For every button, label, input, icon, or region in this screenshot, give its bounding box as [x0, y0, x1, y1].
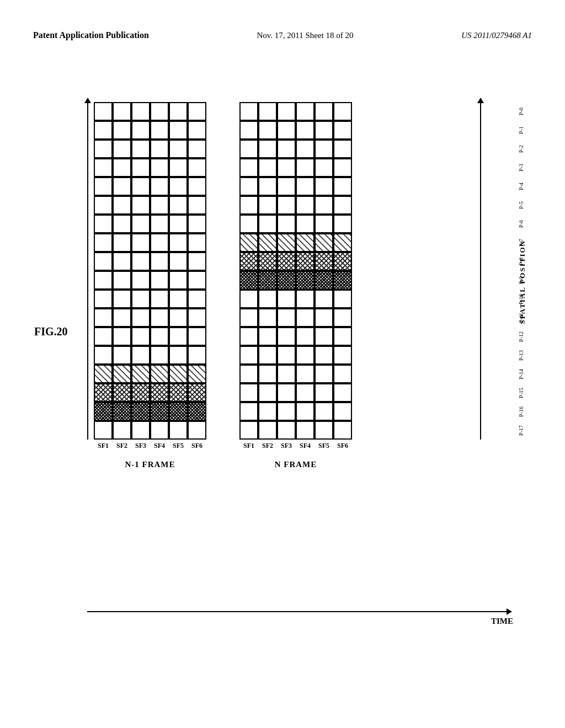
- grid-cell: [150, 308, 169, 327]
- grid-cell: [150, 215, 169, 233]
- grid-cell: [239, 383, 258, 402]
- grid-cell: [333, 271, 352, 290]
- grid-cell: [296, 271, 315, 290]
- grid-cell: [258, 158, 277, 177]
- grid-cell: [169, 215, 188, 233]
- grid-cell: [315, 365, 333, 383]
- grid-cell: [150, 402, 169, 421]
- sf-label-3: SF3: [277, 442, 296, 450]
- grid-cell: [315, 177, 333, 196]
- sf-label-1: SF1: [94, 442, 113, 450]
- grid-cell: [169, 327, 188, 346]
- grid-cell: [113, 402, 131, 421]
- p-label-P-8: P-8: [519, 258, 524, 265]
- grid-cell: [169, 158, 188, 177]
- grid-row: [239, 196, 352, 215]
- grid-cell: [94, 402, 113, 421]
- grid-cell: [188, 140, 206, 158]
- grid-cell: [333, 421, 352, 440]
- grid-cell: [277, 346, 296, 365]
- grid-cell: [296, 346, 315, 365]
- grid-cell: [150, 121, 169, 140]
- grid-cell: [169, 421, 188, 440]
- p-label-row-8: P-8: [519, 252, 524, 271]
- grid-cell: [188, 327, 206, 346]
- grid-cell: [333, 140, 352, 158]
- grid-cell: [113, 215, 131, 233]
- time-axis-label: TIME: [491, 617, 513, 626]
- grid-cell: [333, 196, 352, 215]
- sf-labels-row: SF1SF2SF3SF4SF5SF6: [239, 442, 352, 450]
- frame-label-n-1: N-1 FRAME: [125, 460, 175, 469]
- grid-cell: [113, 121, 131, 140]
- p-label-P-14: P-14: [519, 369, 524, 379]
- grid-row: [239, 383, 352, 402]
- grid-cell: [277, 158, 296, 177]
- grid-cell: [258, 215, 277, 233]
- grid-cell: [131, 327, 150, 346]
- grid-cell: [113, 383, 131, 402]
- grid-cell: [94, 308, 113, 327]
- grid-cell: [258, 140, 277, 158]
- grid-row: [239, 346, 352, 365]
- grid-cell: [169, 177, 188, 196]
- grid-row: [94, 215, 206, 233]
- grid-cell: [131, 233, 150, 252]
- grid-cell: [296, 102, 315, 121]
- grid-row: [94, 402, 206, 421]
- spatial-axis-left-arrow: [87, 102, 88, 440]
- grid-row: [239, 327, 352, 346]
- grid-row: [239, 121, 352, 140]
- grid-cell: [169, 233, 188, 252]
- p-label-row-5: P-5: [519, 196, 524, 215]
- grid-cell: [333, 215, 352, 233]
- grid-cell: [169, 383, 188, 402]
- grid-cell: [188, 121, 206, 140]
- grid-cell: [277, 177, 296, 196]
- grid-cell: [258, 290, 277, 308]
- p-label-row-12: P-12: [519, 327, 524, 346]
- grid-cell: [333, 158, 352, 177]
- grid-cell: [113, 421, 131, 440]
- grid-cell: [94, 196, 113, 215]
- grid-cell: [131, 177, 150, 196]
- p-label-P-1: P-1: [519, 126, 524, 134]
- grid-cell: [188, 383, 206, 402]
- p-label-P-16: P-16: [519, 406, 524, 417]
- grid-cell: [131, 383, 150, 402]
- grid-cell: [188, 196, 206, 215]
- publication-date-sheet: Nov. 17, 2011 Sheet 18 of 20: [257, 31, 353, 40]
- grid-cell: [188, 271, 206, 290]
- grid-cell: [94, 121, 113, 140]
- grid-cell: [150, 158, 169, 177]
- grid-row: [94, 140, 206, 158]
- grid-cell: [258, 421, 277, 440]
- p-label-row-13: P-13: [519, 346, 524, 365]
- sf-label-2: SF2: [258, 442, 277, 450]
- grid-cell: [258, 233, 277, 252]
- grid-cell: [296, 233, 315, 252]
- grid-cell: [258, 327, 277, 346]
- publication-title: Patent Application Publication: [33, 30, 149, 40]
- grid-cell: [239, 177, 258, 196]
- grid-row: [94, 102, 206, 121]
- grid-cell: [239, 308, 258, 327]
- grid-cell: [296, 421, 315, 440]
- grid-cell: [277, 233, 296, 252]
- grid-cell: [188, 215, 206, 233]
- grid-cell: [296, 177, 315, 196]
- grid-cell: [169, 346, 188, 365]
- grid-n: [239, 102, 352, 440]
- publication-number: US 2011/0279468 A1: [461, 31, 532, 40]
- grid-cell: [188, 252, 206, 271]
- grid-cell: [315, 140, 333, 158]
- grid-row: [239, 158, 352, 177]
- grid-cell: [277, 252, 296, 271]
- grid-cell: [296, 196, 315, 215]
- grid-row: [94, 252, 206, 271]
- p-label-row-7: P-7: [519, 233, 524, 252]
- grid-cell: [113, 271, 131, 290]
- grid-cell: [315, 402, 333, 421]
- p-label-P-15: P-15: [519, 388, 524, 398]
- grid-cell: [258, 346, 277, 365]
